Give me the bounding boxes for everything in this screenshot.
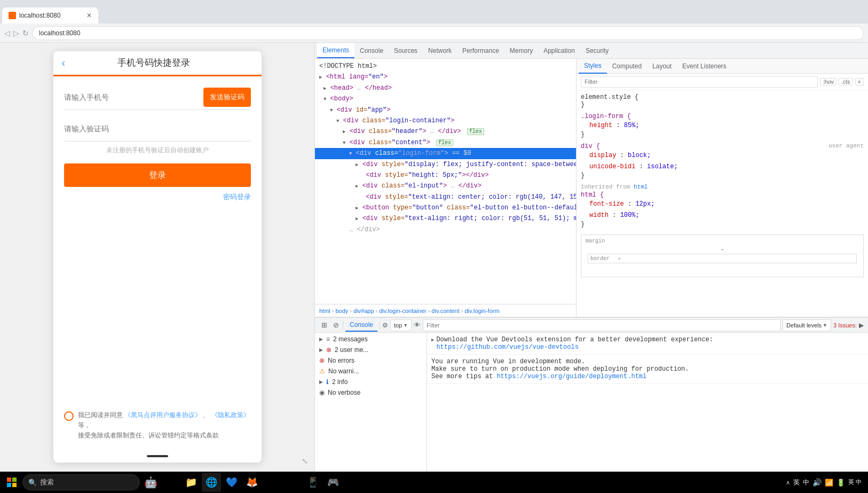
console-tab-active[interactable]: Console bbox=[345, 319, 377, 332]
agreement-radio[interactable] bbox=[64, 411, 74, 421]
dom-triangle[interactable]: ▼ bbox=[343, 140, 345, 146]
dom-line-content[interactable]: ▼ <div class="content"> flex bbox=[315, 137, 576, 148]
taskbar-clock[interactable]: 英 中 bbox=[848, 478, 862, 486]
plus-tag[interactable]: + bbox=[855, 78, 864, 85]
taskbar-icon-typora[interactable]: T bbox=[263, 473, 282, 492]
console-link-2[interactable]: https://vuejs.org/guide/deployment.html bbox=[496, 373, 646, 380]
tray-battery-icon[interactable]: 🔋 bbox=[837, 479, 845, 487]
dom-line-close[interactable]: … </div> bbox=[315, 224, 576, 235]
prop-name[interactable]: width bbox=[589, 212, 609, 219]
dom-line-app[interactable]: ▼ <div id="app"> bbox=[315, 105, 576, 115]
dom-line-el-input[interactable]: ▶ <div class="el-input"> … </div> bbox=[315, 181, 576, 191]
forward-btn[interactable]: ▷ bbox=[13, 29, 19, 37]
console-link-1[interactable]: https://github.com/vuejs/vue-devtools bbox=[436, 343, 713, 351]
start-button[interactable] bbox=[2, 473, 21, 492]
tray-sound-icon[interactable]: 🔊 bbox=[812, 478, 822, 487]
dom-triangle[interactable]: ▶ bbox=[319, 75, 322, 80]
prop-value[interactable]: 100%; bbox=[620, 212, 640, 219]
taskbar-icon-chrome[interactable]: 🌐 bbox=[202, 473, 221, 492]
console-filter-info[interactable]: ▶ ℹ 2 info bbox=[315, 377, 427, 387]
dom-line-doctype[interactable]: <!DOCTYPE html> bbox=[315, 61, 576, 72]
breadcrumb-item-container[interactable]: div.login-container bbox=[379, 308, 426, 314]
prop-value[interactable]: block; bbox=[628, 152, 651, 159]
devtools-tab-network[interactable]: Network bbox=[423, 43, 457, 58]
dom-line-head[interactable]: ▶ <head> … </head> bbox=[315, 83, 576, 93]
dom-triangle[interactable]: ▼ bbox=[330, 108, 333, 113]
console-devtools-icon[interactable]: ⊞ bbox=[319, 320, 329, 330]
dom-triangle[interactable]: ▶ bbox=[356, 162, 358, 168]
taskbar-icon-vscode[interactable]: 💙 bbox=[222, 473, 241, 492]
dom-line-height-div[interactable]: <div style="height: 5px;"></div> bbox=[315, 170, 576, 181]
login-button[interactable]: 登录 bbox=[64, 163, 251, 187]
devtools-tab-performance[interactable]: Performance bbox=[457, 43, 504, 58]
account-login-link[interactable]: 密码登录 bbox=[223, 192, 251, 202]
dom-line-right-div[interactable]: ▶ <div style="text-align: right; color: … bbox=[315, 213, 576, 224]
filter-icon[interactable]: ⚙ bbox=[382, 322, 388, 329]
reload-btn[interactable]: ↻ bbox=[22, 29, 29, 37]
eye-icon[interactable]: 👁 bbox=[414, 321, 421, 329]
tab-close-icon[interactable]: ✕ bbox=[86, 12, 92, 19]
console-clear-icon[interactable]: ⊘ bbox=[331, 320, 341, 330]
breadcrumb-item-app[interactable]: div#app bbox=[353, 308, 374, 314]
agreement-link1[interactable]: 《黑马点评用户服务协议》 bbox=[124, 411, 201, 419]
styles-tab-layout[interactable]: Layout bbox=[647, 59, 677, 74]
console-filter-errors[interactable]: ⊗ No errors bbox=[315, 355, 427, 366]
prop-name[interactable]: font-size bbox=[589, 200, 624, 208]
resize-handle[interactable]: ⤡ bbox=[302, 457, 308, 465]
devtools-tab-elements[interactable]: Elements bbox=[317, 43, 354, 58]
prop-value[interactable]: 85%; bbox=[624, 122, 640, 129]
agreement-link2[interactable]: 《隐私政策》 bbox=[211, 411, 250, 419]
dom-line-textalign[interactable]: <div style="text-align: center; color: r… bbox=[315, 192, 576, 202]
devtools-tab-console[interactable]: Console bbox=[354, 43, 389, 58]
issues-expand-icon[interactable]: ▶ bbox=[859, 322, 864, 329]
devtools-tab-memory[interactable]: Memory bbox=[504, 43, 538, 58]
prop-name[interactable]: display bbox=[589, 152, 616, 159]
browser-tab-active[interactable]: localhost:8080 ✕ bbox=[2, 7, 98, 24]
styles-tab-styles[interactable]: Styles bbox=[579, 59, 607, 74]
taskbar-search[interactable]: 🔍 搜索 bbox=[22, 474, 140, 490]
prop-name[interactable]: height bbox=[589, 122, 612, 129]
console-top-dropdown[interactable]: top ▼ bbox=[390, 319, 412, 331]
dom-triangle[interactable]: ▶ bbox=[356, 206, 358, 211]
cls-tag[interactable]: .cls bbox=[839, 78, 853, 85]
dom-line-login-form[interactable]: ▼ <div class="login-form"> == $0 bbox=[315, 148, 576, 159]
tray-up-icon[interactable]: ∧ bbox=[786, 479, 790, 486]
dom-line-button[interactable]: ▶ <button type="button" class="el-button… bbox=[315, 202, 576, 213]
console-filter-warnings[interactable]: ⚠ No warni... bbox=[315, 366, 427, 377]
dom-triangle[interactable]: ▶ bbox=[356, 184, 358, 189]
console-filter-messages[interactable]: ▶ ≡ 2 messages bbox=[315, 334, 427, 345]
breadcrumb-item-form[interactable]: div.login-form bbox=[464, 308, 499, 314]
dom-triangle[interactable]: ▶ bbox=[343, 129, 345, 135]
dom-triangle[interactable]: ▼ bbox=[336, 119, 339, 124]
dom-line-login-container[interactable]: ▼ <div class="login-container"> bbox=[315, 115, 576, 126]
styles-tab-computed[interactable]: Computed bbox=[607, 59, 647, 74]
devtools-tab-sources[interactable]: Sources bbox=[389, 43, 423, 58]
prop-value[interactable]: isolate; bbox=[647, 163, 678, 170]
hov-tag[interactable]: :hov bbox=[820, 78, 837, 85]
styles-tab-events[interactable]: Event Listeners bbox=[677, 59, 732, 74]
prop-name[interactable]: unicode-bidi bbox=[589, 163, 635, 170]
back-btn[interactable]: ◁ bbox=[4, 29, 10, 37]
taskbar-icon-app1[interactable]: 🛡 bbox=[283, 473, 302, 492]
dom-triangle[interactable]: ▶ bbox=[323, 86, 326, 91]
console-filter-verbose[interactable]: ◉ No verbose bbox=[315, 387, 427, 398]
address-input-container[interactable]: localhost:8080 bbox=[32, 26, 864, 40]
breadcrumb-item-content[interactable]: div.content bbox=[431, 308, 459, 314]
dom-line-html[interactable]: ▶ <html lang="en"> bbox=[315, 72, 576, 82]
prop-value[interactable]: 12px; bbox=[635, 200, 654, 208]
dom-triangle[interactable]: ▼ bbox=[349, 151, 352, 156]
back-arrow-icon[interactable]: ‹ bbox=[62, 57, 66, 69]
panel-splitter[interactable] bbox=[311, 43, 314, 472]
dom-line-flex-div[interactable]: ▶ <div style="display: flex; justify-con… bbox=[315, 159, 576, 170]
dom-triangle[interactable]: ▶ bbox=[356, 216, 358, 222]
taskbar-icon-task-view[interactable]: ⧉ bbox=[161, 473, 180, 492]
taskbar-icon-browser2[interactable]: 🦊 bbox=[242, 473, 262, 492]
taskbar-icon-app2[interactable]: 📱 bbox=[303, 473, 322, 492]
tray-lang-en[interactable]: 英 bbox=[793, 478, 800, 487]
tray-network-icon[interactable]: 📶 bbox=[825, 479, 833, 487]
devtools-tab-security[interactable]: Security bbox=[580, 43, 614, 58]
console-levels-dropdown[interactable]: Default levels ▼ bbox=[783, 319, 831, 331]
taskbar-icon-copilot[interactable]: 🤖 bbox=[141, 473, 160, 492]
taskbar-icon-file-explorer[interactable]: 📁 bbox=[182, 473, 201, 492]
console-filter-user-messages[interactable]: ▶ ⊗ 2 user me... bbox=[315, 345, 427, 355]
